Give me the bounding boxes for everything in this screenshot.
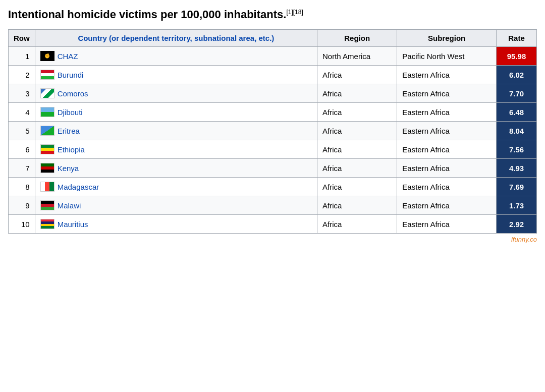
cell-rate: 6.48	[497, 103, 537, 122]
cell-region: Africa	[317, 215, 397, 234]
country-link-eritrea[interactable]: Eritrea	[58, 127, 80, 135]
cell-rate: 7.56	[497, 140, 537, 159]
cell-country: Eritrea	[35, 122, 317, 140]
homicide-table: Row Country (or dependent territory, sub…	[8, 29, 537, 234]
cell-region: Africa	[317, 103, 397, 122]
cell-subregion: Eastern Africa	[397, 159, 497, 178]
cell-rate: 7.70	[497, 84, 537, 103]
region-header: Region	[317, 30, 397, 47]
cell-rate: 8.04	[497, 122, 537, 140]
cell-row-number: 9	[9, 196, 35, 215]
cell-rate: 95.98	[497, 47, 537, 66]
cell-subregion: Eastern Africa	[397, 140, 497, 159]
cell-region: Africa	[317, 196, 397, 215]
cell-subregion: Eastern Africa	[397, 66, 497, 84]
cell-row-number: 2	[9, 66, 35, 84]
cell-row-number: 3	[9, 84, 35, 103]
flag-chaz: ✊	[40, 51, 54, 61]
flag-mauritius	[40, 219, 54, 229]
cell-rate: 4.93	[497, 159, 537, 178]
country-link-mauritius[interactable]: Mauritius	[58, 220, 88, 229]
flag-burundi	[40, 70, 54, 80]
cell-country: Burundi	[35, 66, 317, 84]
table-row: 4DjiboutiAfricaEastern Africa6.48	[9, 103, 537, 122]
cell-region: North America	[317, 47, 397, 66]
cell-country: Djibouti	[35, 103, 317, 122]
cell-rate: 7.69	[497, 178, 537, 196]
cell-row-number: 4	[9, 103, 35, 122]
flag-comoros	[40, 88, 54, 98]
flag-ethiopia	[40, 144, 54, 154]
cell-subregion: Pacific North West	[397, 47, 497, 66]
cell-subregion: Eastern Africa	[397, 215, 497, 234]
cell-row-number: 8	[9, 178, 35, 196]
cell-region: Africa	[317, 178, 397, 196]
cell-subregion: Eastern Africa	[397, 103, 497, 122]
cell-subregion: Eastern Africa	[397, 178, 497, 196]
cell-region: Africa	[317, 140, 397, 159]
cell-country: ✊CHAZ	[35, 47, 317, 66]
country-link-madagascar[interactable]: Madagascar	[58, 183, 99, 191]
flag-madagascar	[40, 182, 54, 192]
cell-subregion: Eastern Africa	[397, 84, 497, 103]
flag-malawi	[40, 200, 54, 210]
table-row: 1✊CHAZNorth AmericaPacific North West95.…	[9, 47, 537, 66]
cell-rate: 6.02	[497, 66, 537, 84]
flag-djibouti	[40, 107, 54, 117]
subregion-header: Subregion	[397, 30, 497, 47]
country-link-malawi[interactable]: Malawi	[58, 201, 81, 210]
cell-rate: 2.92	[497, 215, 537, 234]
country-link-djibouti[interactable]: Djibouti	[58, 108, 83, 117]
cell-country: Madagascar	[35, 178, 317, 196]
flag-kenya	[40, 163, 54, 173]
country-link-chaz[interactable]: CHAZ	[58, 52, 78, 61]
table-row: 3ComorosAfricaEastern Africa7.70	[9, 84, 537, 103]
cell-country: Kenya	[35, 159, 317, 178]
page-title: Intentional homicide victims per 100,000…	[8, 8, 537, 21]
table-row: 10MauritiusAfricaEastern Africa2.92	[9, 215, 537, 234]
country-header: Country (or dependent territory, subnati…	[35, 30, 317, 47]
cell-region: Africa	[317, 66, 397, 84]
cell-country: Ethiopia	[35, 140, 317, 159]
table-row: 6EthiopiaAfricaEastern Africa7.56	[9, 140, 537, 159]
cell-region: Africa	[317, 159, 397, 178]
cell-row-number: 7	[9, 159, 35, 178]
table-row: 8MadagascarAfricaEastern Africa7.69	[9, 178, 537, 196]
watermark: ifunny.co	[8, 236, 537, 243]
cell-region: Africa	[317, 122, 397, 140]
table-row: 9MalawiAfricaEastern Africa1.73	[9, 196, 537, 215]
cell-rate: 1.73	[497, 196, 537, 215]
flag-eritrea	[40, 126, 54, 136]
cell-subregion: Eastern Africa	[397, 196, 497, 215]
table-row: 2BurundiAfricaEastern Africa6.02	[9, 66, 537, 84]
table-header-row: Row Country (or dependent territory, sub…	[9, 30, 537, 47]
country-link-ethiopia[interactable]: Ethiopia	[58, 145, 85, 154]
cell-row-number: 5	[9, 122, 35, 140]
cell-country: Comoros	[35, 84, 317, 103]
cell-row-number: 6	[9, 140, 35, 159]
country-link-comoros[interactable]: Comoros	[58, 89, 88, 98]
table-row: 7KenyaAfricaEastern Africa4.93	[9, 159, 537, 178]
table-row: 5EritreaAfricaEastern Africa8.04	[9, 122, 537, 140]
cell-country: Malawi	[35, 196, 317, 215]
cell-region: Africa	[317, 84, 397, 103]
country-link-kenya[interactable]: Kenya	[58, 164, 79, 173]
cell-subregion: Eastern Africa	[397, 122, 497, 140]
cell-row-number: 1	[9, 47, 35, 66]
rate-header: Rate	[497, 30, 537, 47]
cell-row-number: 10	[9, 215, 35, 234]
row-header: Row	[9, 30, 35, 47]
country-link-burundi[interactable]: Burundi	[58, 71, 84, 79]
cell-country: Mauritius	[35, 215, 317, 234]
